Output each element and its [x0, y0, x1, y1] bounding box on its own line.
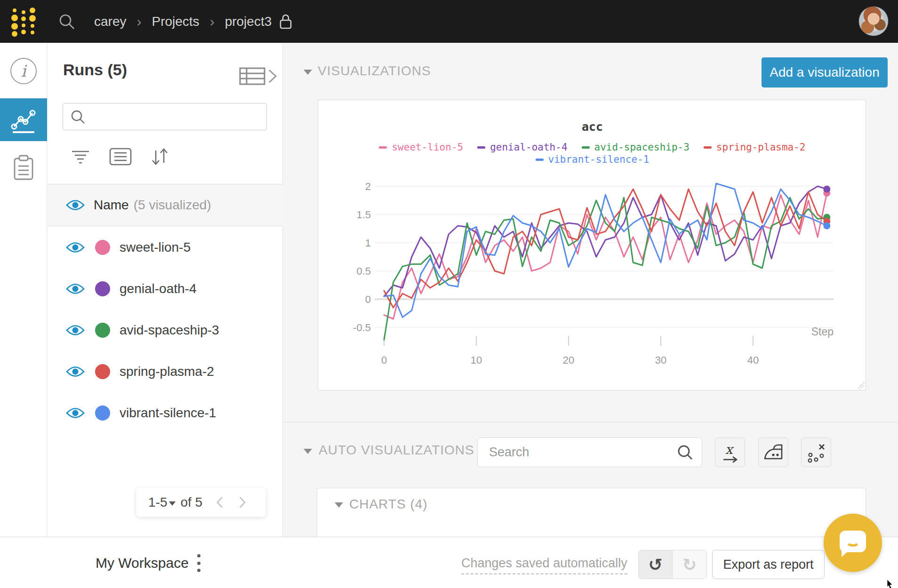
lock-icon	[279, 14, 292, 30]
run-row[interactable]: sweet-lion-5	[48, 227, 283, 268]
collapse-charts-caret[interactable]	[335, 502, 343, 508]
list-icon	[109, 147, 132, 166]
svg-text:2: 2	[365, 181, 371, 192]
chevron-separator: ›	[210, 14, 215, 30]
run-name[interactable]: sweet-lion-5	[120, 240, 191, 255]
eye-icon[interactable]	[65, 406, 85, 420]
x-axis-settings-button[interactable]: x	[715, 437, 745, 467]
eye-icon[interactable]	[65, 199, 85, 212]
svg-text:0: 0	[365, 294, 371, 305]
runs-name-header[interactable]: Name (5 visualized)	[48, 184, 283, 226]
outliers-button[interactable]	[801, 437, 831, 467]
app-screen: carey › Projects › project3 i	[0, 0, 898, 588]
svg-text:1.5: 1.5	[356, 209, 371, 221]
add-visualization-button[interactable]: Add a visualization	[762, 57, 888, 87]
eye-icon[interactable]	[65, 365, 85, 378]
rail-item-workspace-active[interactable]	[0, 98, 47, 141]
redo-button[interactable]: ↻	[673, 550, 706, 579]
outliers-icon	[806, 442, 826, 463]
svg-text:40: 40	[747, 354, 759, 366]
svg-text:-0.5: -0.5	[353, 322, 371, 334]
pagination-range[interactable]: 1-5	[148, 495, 167, 510]
chevron-separator: ›	[136, 14, 141, 30]
sort-icon	[149, 147, 170, 167]
info-icon: i	[10, 58, 37, 84]
redo-icon: ↻	[682, 555, 697, 574]
chat-bubble-icon	[840, 531, 866, 552]
auto-visualizations-section-label: AUTO VISUALIZATIONS	[319, 443, 474, 458]
run-color-dot	[95, 405, 110, 421]
smoothing-button[interactable]	[758, 437, 788, 467]
rail-item-overview[interactable]: i	[0, 49, 47, 92]
eye-icon[interactable]	[65, 282, 85, 295]
visualized-count: (5 visualized)	[134, 198, 211, 213]
kebab-icon[interactable]	[194, 552, 203, 574]
line-chart-icon	[10, 105, 37, 135]
svg-text:20: 20	[563, 354, 574, 366]
chat-launcher-button[interactable]	[824, 514, 882, 572]
prev-page-button[interactable]	[215, 495, 225, 509]
x-axis-icon: x	[720, 442, 740, 463]
run-row[interactable]: spring-plasma-2	[48, 351, 283, 392]
resize-handle[interactable]	[858, 382, 864, 389]
run-row[interactable]: genial-oath-4	[48, 268, 283, 310]
run-row[interactable]: vibrant-silence-1	[48, 392, 283, 434]
run-color-dot	[95, 364, 110, 379]
eye-icon[interactable]	[65, 324, 85, 337]
svg-text:30: 30	[655, 354, 666, 366]
pagination: 1-5 of 5	[136, 488, 266, 517]
workspace-title[interactable]: My Workspace	[96, 555, 189, 571]
filter-button[interactable]	[67, 144, 94, 169]
run-color-dot	[95, 323, 110, 338]
run-color-dot	[95, 240, 110, 255]
run-name[interactable]: avid-spaceship-3	[120, 323, 219, 338]
rail-item-notes[interactable]	[0, 146, 47, 189]
topbar: carey › Projects › project3	[0, 0, 898, 43]
clipboard-icon	[13, 155, 34, 181]
runs-search-input[interactable]	[90, 105, 260, 128]
eye-icon[interactable]	[65, 241, 85, 254]
display-options-button[interactable]	[107, 144, 134, 169]
breadcrumb-project[interactable]: project3	[225, 14, 272, 29]
export-report-button[interactable]: Export as report	[712, 550, 825, 579]
runs-panel: Runs (5)	[48, 43, 283, 537]
expand-table-button[interactable]	[238, 66, 278, 86]
sort-button[interactable]	[146, 144, 173, 169]
run-name[interactable]: vibrant-silence-1	[120, 405, 216, 421]
auto-viz-search-input[interactable]	[489, 441, 668, 463]
breadcrumb-user[interactable]: carey	[94, 14, 126, 29]
charts-section-label: CHARTS (4)	[349, 497, 428, 512]
search-icon	[71, 110, 86, 125]
svg-text:10: 10	[471, 354, 482, 366]
breadcrumb-projects[interactable]: Projects	[152, 14, 199, 29]
svg-text:0.5: 0.5	[356, 265, 371, 277]
wandb-logo[interactable]	[10, 6, 37, 38]
chart-plot-svg: 21.510.50-0.5010203040Step	[318, 100, 866, 390]
chevron-down-icon[interactable]	[169, 501, 176, 506]
run-name[interactable]: genial-oath-4	[120, 281, 196, 296]
smoothing-iron-icon	[762, 443, 784, 462]
runs-title: Runs (5)	[63, 61, 127, 79]
next-page-button[interactable]	[237, 495, 248, 509]
run-name[interactable]: spring-plasma-2	[120, 364, 214, 379]
autosave-status: Changes saved automatically	[461, 556, 627, 574]
search-icon[interactable]	[58, 13, 75, 30]
auto-viz-search-box	[477, 437, 702, 467]
mouse-cursor	[887, 580, 895, 588]
run-color-dot	[95, 281, 110, 296]
run-row[interactable]: avid-spaceship-3	[48, 310, 283, 351]
left-rail: i	[0, 43, 47, 537]
svg-text:0: 0	[381, 354, 387, 366]
avatar[interactable]	[858, 6, 889, 36]
main-content: VISUALIZATIONS Add a visualization acc s…	[283, 43, 898, 537]
search-icon[interactable]	[677, 445, 693, 461]
svg-text:1: 1	[365, 237, 371, 249]
undo-button[interactable]: ↺	[639, 550, 673, 579]
chart-panel[interactable]: acc sweet-lion-5genial-oath-4avid-spaces…	[318, 100, 866, 390]
collapse-auto-visualizations-caret[interactable]	[304, 449, 312, 454]
svg-text:x: x	[725, 442, 734, 457]
collapse-visualizations-caret[interactable]	[304, 70, 312, 75]
run-list: sweet-lion-5 genial-oath-4 avid-spaceshi…	[48, 227, 283, 434]
filter-icon	[70, 148, 91, 165]
runs-search-box	[63, 103, 267, 130]
